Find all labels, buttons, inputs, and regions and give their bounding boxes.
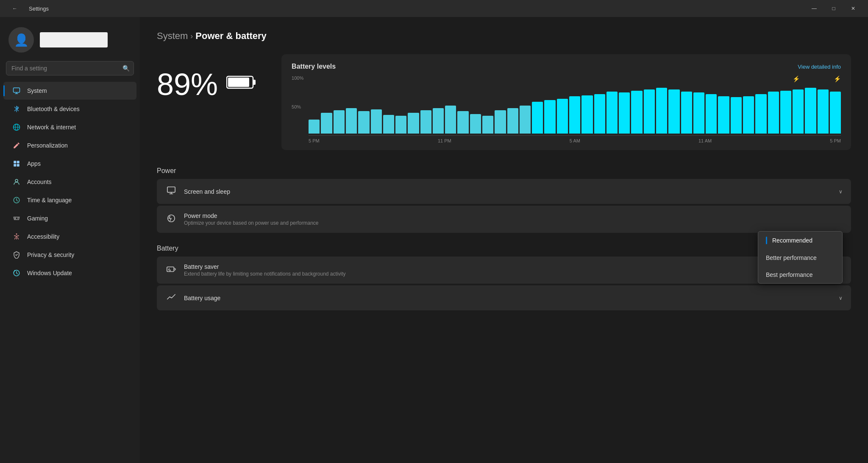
bluetooth-nav-icon <box>12 104 21 114</box>
main-content: System › Power & battery 89% <box>140 17 868 463</box>
chart-bar <box>507 108 518 134</box>
chart-bar <box>544 100 555 134</box>
chart-bar <box>445 106 456 134</box>
accessibility-nav-icon <box>12 232 21 241</box>
sidebar-item-label-privacy: Privacy & security <box>27 251 74 258</box>
search-icon: 🔍 <box>122 65 130 72</box>
battery-section-label: Battery <box>157 245 851 252</box>
sidebar-item-apps[interactable]: Apps <box>3 155 136 173</box>
chart-bar <box>520 106 531 134</box>
minimize-button[interactable]: — <box>804 0 824 17</box>
power-mode-subtitle: Optimize your device based on power use … <box>184 220 843 226</box>
chart-x-labels: 5 PM 11 PM 5 AM 11 AM 5 PM <box>309 136 841 143</box>
sidebar-item-accessibility[interactable]: Accessibility <box>3 228 136 245</box>
svg-point-10 <box>16 234 17 235</box>
dropdown-item-recommended-label: Recommended <box>772 237 812 244</box>
x-label-1: 5 PM <box>309 138 320 143</box>
power-mode-dropdown: Recommended Better performance Best perf… <box>758 231 843 284</box>
dropdown-item-recommended[interactable]: Recommended <box>758 232 842 249</box>
maximize-button[interactable]: □ <box>824 0 843 17</box>
sidebar-item-system[interactable]: System <box>3 82 136 100</box>
breadcrumb-separator: › <box>190 32 193 41</box>
dropdown-item-best[interactable]: Best performance <box>758 266 842 283</box>
chart-bar <box>557 99 568 134</box>
svg-rect-4 <box>14 161 16 163</box>
search-input[interactable] <box>6 61 134 75</box>
sidebar-item-update[interactable]: Windows Update <box>3 264 136 282</box>
sidebar-item-personalization[interactable]: Personalization <box>3 137 136 154</box>
battery-saver-card: Battery saver Extend battery life by lim… <box>157 257 851 284</box>
chart-bar <box>681 92 692 134</box>
svg-point-8 <box>15 179 18 182</box>
dropdown-item-better[interactable]: Better performance <box>758 249 842 266</box>
battery-usage-title: Battery usage <box>184 295 832 301</box>
chart-bar <box>606 92 618 134</box>
power-mode-content: Power mode Optimize your device based on… <box>184 212 843 226</box>
chart-bar <box>731 97 742 134</box>
window-controls: — □ ✕ <box>804 0 863 17</box>
chart-bar <box>383 115 394 134</box>
x-label-4: 11 AM <box>698 138 712 143</box>
chart-bar <box>793 89 804 134</box>
chart-header: Battery levels View detailed info <box>292 63 841 70</box>
battery-usage-icon <box>165 292 177 304</box>
sidebar-item-gaming[interactable]: Gaming <box>3 209 136 227</box>
breadcrumb-current: Power & battery <box>195 31 267 42</box>
battery-saver-icon <box>165 265 177 276</box>
power-mode-icon <box>165 214 177 225</box>
chart-bar <box>495 110 506 134</box>
sidebar-item-privacy[interactable]: Privacy & security <box>3 246 136 264</box>
sidebar-item-network[interactable]: Network & internet <box>3 118 136 136</box>
search-box: 🔍 <box>6 61 134 75</box>
battery-usage-row[interactable]: Battery usage ∨ <box>157 285 851 310</box>
titlebar-left: ← Settings <box>5 0 49 17</box>
network-nav-icon <box>12 123 21 132</box>
chart-bars-wrap: ⚡ ⚡ 5 PM 11 PM 5 AM 11 AM 5 PM <box>309 75 841 143</box>
chart-y-labels: 100% 50% <box>292 75 303 143</box>
battery-icon <box>226 74 256 95</box>
screen-sleep-card: Screen and sleep ∨ <box>157 179 851 204</box>
dropdown-item-best-label: Best performance <box>766 271 813 278</box>
chart-area: 100% 50% ⚡ ⚡ 5 PM <box>292 75 841 143</box>
screen-sleep-content: Screen and sleep <box>184 188 832 195</box>
titlebar: ← Settings — □ ✕ <box>0 0 868 17</box>
view-detailed-link[interactable]: View detailed info <box>798 64 841 70</box>
chart-bar <box>569 96 580 134</box>
battery-usage-right: ∨ <box>839 295 843 301</box>
chart-bar <box>457 111 468 134</box>
chart-bar <box>818 89 829 134</box>
sidebar-item-time[interactable]: Time & language <box>3 191 136 209</box>
screen-sleep-icon <box>165 186 177 197</box>
chart-bar <box>768 92 779 134</box>
app-body: 👤 🔍 System Bluetooth & devices Network &… <box>0 17 868 463</box>
close-button[interactable]: ✕ <box>843 0 863 17</box>
chart-bar <box>395 116 406 134</box>
sidebar-item-accounts[interactable]: Accounts <box>3 173 136 191</box>
chart-bars <box>309 84 841 136</box>
chart-bar <box>532 102 543 134</box>
battery-saver-subtitle: Extend battery life by limiting some not… <box>184 271 787 277</box>
app-title: Settings <box>29 6 49 12</box>
chart-bar <box>718 96 729 134</box>
chart-bar <box>321 113 332 134</box>
sidebar-item-label-system: System <box>27 87 47 94</box>
chart-bar <box>581 95 593 134</box>
power-mode-row[interactable]: Power mode Optimize your device based on… <box>157 206 851 233</box>
battery-usage-content: Battery usage <box>184 295 832 301</box>
screen-sleep-row[interactable]: Screen and sleep ∨ <box>157 179 851 204</box>
dropdown-item-better-label: Better performance <box>766 254 817 261</box>
back-button[interactable]: ← <box>5 0 25 17</box>
chart-bar <box>644 89 655 134</box>
sidebar-item-label-personalization: Personalization <box>27 142 68 149</box>
battery-header-section: 89% Battery levels View detailed info <box>157 54 851 150</box>
chart-y-100: 100% <box>292 75 303 81</box>
plug-icon-2: ⚡ <box>834 75 841 82</box>
battery-saver-row[interactable]: Battery saver Extend battery life by lim… <box>157 257 851 284</box>
sidebar-item-bluetooth[interactable]: Bluetooth & devices <box>3 100 136 118</box>
svg-rect-13 <box>253 80 256 85</box>
chart-bar <box>743 96 754 134</box>
battery-usage-chevron: ∨ <box>839 295 843 301</box>
chart-bar <box>656 88 667 134</box>
battery-chart-container: Battery levels View detailed info 100% 5… <box>281 54 851 150</box>
chart-bar <box>358 111 369 134</box>
